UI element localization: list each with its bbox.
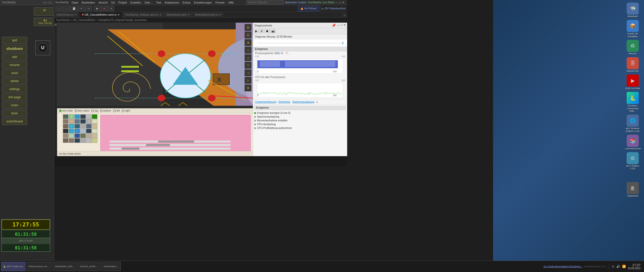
hot-reload-btn[interactable]: 🔥 Hot Reload (298, 6, 319, 11)
menu-deb[interactable]: Deb… (143, 1, 154, 5)
color-cell-0-5[interactable] (92, 114, 97, 119)
desktop-icon-navicat[interactable]: 🗄 Navicat Lite (624, 57, 641, 73)
tab-colorChoice[interactable]: ColorChoice.cs ✕ (54, 12, 79, 17)
btn-reset[interactable]: reset (2, 70, 27, 77)
ue-icon-6[interactable]: ▽ (245, 62, 252, 69)
diag-tb-3[interactable]: ⏹ (265, 29, 270, 33)
tab-settings-close[interactable]: ✕ (159, 13, 161, 16)
scroll-thumb-2[interactable] (146, 144, 170, 146)
ue-icon-3[interactable]: ◈ (245, 39, 252, 46)
menu-erweiterungen[interactable]: Erweiterungen (192, 1, 213, 5)
color-cell-1-5[interactable] (92, 119, 97, 124)
mode-bottom[interactable]: bottom (100, 109, 111, 112)
desktop-icon-recuva[interactable]: ♻ Recuva (624, 40, 641, 55)
color-cell-4-0[interactable] (63, 133, 68, 138)
menu-hilfe[interactable]: Hilfe (227, 1, 235, 5)
add-tab-btn[interactable]: + (342, 13, 347, 17)
btn-notes[interactable]: notes (2, 102, 27, 109)
color-cell-3-5[interactable] (92, 129, 97, 133)
color-cell-5-1[interactable] (69, 138, 74, 143)
ue-icon-8[interactable]: ▷ (245, 77, 252, 84)
scroll-thumb-3[interactable] (122, 148, 140, 150)
close-btn[interactable]: ✕ (342, 1, 345, 4)
btn-settings[interactable]: settings (2, 86, 27, 93)
color-cell-5-0[interactable] (63, 138, 68, 143)
color-cell-0-3[interactable] (80, 114, 86, 119)
menu-test[interactable]: Test (154, 1, 163, 5)
diag-tb-2[interactable]: ⏸ (259, 29, 264, 33)
btn-quit[interactable]: quit (2, 37, 27, 44)
desktop-icon-wireshark[interactable]: 🦈 Wireshark (624, 3, 641, 18)
color-cell-2-2[interactable] (74, 124, 80, 128)
menu-git[interactable]: Git (110, 1, 116, 5)
menu-analysieren[interactable]: Analysieren (163, 1, 181, 5)
desktop-icon-pycharm[interactable]: 🐍 PyCharm Community Editi... (624, 92, 641, 113)
color-cell-1-1[interactable] (69, 119, 74, 124)
desktop-icon-eric7-browser[interactable]: 🌐 eric7 Browser (Python 3.10) (624, 115, 641, 133)
color-cell-4-2[interactable] (74, 133, 80, 138)
color-cell-1-3[interactable] (80, 119, 86, 124)
taskbar-item-skg[interactable]: SKGTec_NARF-... (77, 262, 100, 271)
color-cell-5-3[interactable] (80, 138, 86, 143)
btn-shutdown[interactable]: shutdown (2, 45, 27, 52)
git-notification[interactable]: Zur Quellcodeverwaltung hinzufügen... (544, 265, 582, 268)
tab-colorChoice-close[interactable]: ✕ (75, 13, 77, 16)
menu-extras[interactable]: Extras (181, 1, 192, 5)
color-cell-0-4[interactable] (86, 114, 92, 119)
color-cell-2-1[interactable]: ✓ (69, 124, 74, 128)
tab-sketchboard-close[interactable]: ✕ (188, 13, 190, 16)
color-cell-3-2[interactable]: ✓ (74, 129, 80, 133)
color-cell-2-0[interactable] (63, 124, 68, 128)
color-cell-4-3[interactable] (80, 133, 86, 138)
ue-icon-4[interactable]: ◇ (245, 47, 252, 54)
ue-icon-9[interactable]: ⊕ (245, 84, 252, 91)
menu-erstellen[interactable]: Erstellen (129, 1, 143, 5)
color-cell-3-0[interactable] (63, 129, 68, 133)
maximize-btn[interactable]: □ (339, 1, 341, 4)
taskbar-item-ref[interactable]: Referenzraum_NA... (26, 262, 52, 271)
disk-e-btn[interactable]: E:\ free: 743 GB (34, 18, 57, 26)
diag-item-speicher[interactable]: Speicherauslastung (254, 115, 346, 119)
toolbar-back[interactable]: ← (55, 6, 62, 11)
diag-item-cpu[interactable]: CPU-Auslastung (254, 122, 346, 126)
menu-fenster[interactable]: Fenster (214, 1, 226, 5)
toolbar-undo[interactable]: ↩ (78, 6, 85, 11)
mode-top[interactable]: top (91, 109, 98, 112)
desktop-icon-virtualbox[interactable]: 📦 Oracle VM VirtualBox (624, 20, 641, 38)
desktop-icon-papierkorb[interactable]: 🗑 Papierkorb (624, 182, 641, 197)
diag-item-ereignisse[interactable]: Ereignisse anzeigen (0 von 0) (254, 111, 346, 115)
color-cell-1-2[interactable] (74, 119, 80, 124)
color-cell-3-1[interactable] (69, 129, 74, 133)
diag-pin-btn[interactable]: 📌 (332, 23, 336, 27)
menu-datei[interactable]: Datei (70, 1, 80, 5)
mode-one-color[interactable]: one color (59, 109, 73, 112)
color-cell-3-4[interactable] (86, 129, 92, 133)
diag-tb-1[interactable]: ▶ (254, 29, 259, 33)
color-cell-2-3[interactable] (80, 124, 86, 128)
diag-item-profil[interactable]: CPU-Profilstellung aufzeichnen (254, 126, 346, 130)
tab-cascadeButton[interactable]: UIE_CascadeButton.xaml.cs ✕ (79, 12, 122, 17)
toolbar-stop[interactable]: ■ (101, 6, 107, 11)
toolbar-forward[interactable]: → (63, 6, 70, 11)
color-cell-3-3[interactable] (80, 129, 86, 133)
color-cell-5-2[interactable] (74, 138, 80, 143)
btn-rename[interactable]: rename (2, 61, 27, 69)
color-cell-4-1[interactable]: ✓ (69, 133, 74, 138)
ue-icon-2[interactable]: ⊟ (245, 31, 252, 39)
mode-left[interactable]: left (113, 109, 120, 112)
taskbar-item-snake[interactable]: 🐍 WPF-Snake.exe (1, 262, 25, 271)
desktop-icon-youtube[interactable]: ▶ (228) YouTube (624, 75, 641, 90)
diag-maximize-btn[interactable]: □ (341, 23, 342, 27)
menu-projekt[interactable]: Projekt (117, 1, 128, 5)
tab-settings[interactable]: YourStartUp_Settings.xaml.cs ✕ (122, 12, 164, 17)
btn-scetchboard[interactable]: scetchboard (2, 118, 27, 125)
ue-icon-7[interactable]: ◁ (245, 69, 252, 76)
clock[interactable]: 17:27 10.09.2022 (628, 263, 640, 270)
toolbar-debug[interactable]: ▶ (94, 6, 101, 11)
tab-sketchboard-cs-close[interactable]: ✕ (219, 13, 221, 16)
menu-bearbeiten[interactable]: Bearbeiten (80, 1, 97, 5)
toolbar-step[interactable]: ⇥ (108, 6, 114, 11)
tab-cascadeButton-close[interactable]: ✕ (117, 13, 119, 16)
take-break-btn[interactable]: take a break (2, 238, 50, 243)
color-cell-2-4[interactable] (86, 124, 92, 128)
